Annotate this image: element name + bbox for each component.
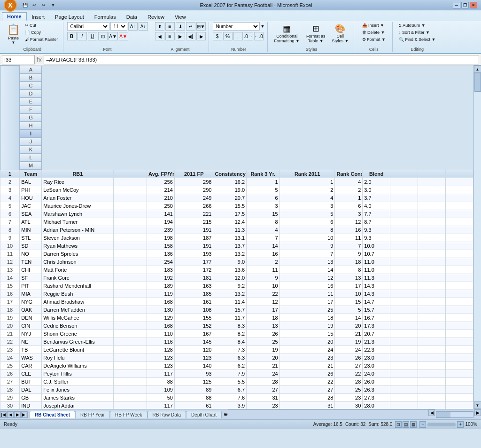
cell[interactable]: 2.0: [363, 178, 390, 186]
cell[interactable]: 11: [247, 266, 280, 274]
cell[interactable]: 19: [335, 338, 363, 346]
cell[interactable]: 9: [247, 274, 280, 282]
cell[interactable]: 189: [147, 282, 175, 290]
normal-view-btn[interactable]: ⊡: [395, 421, 402, 428]
cell[interactable]: [418, 250, 446, 258]
restore-btn[interactable]: ❐: [461, 2, 469, 8]
scroll-track[interactable]: [474, 73, 481, 401]
cell[interactable]: [445, 234, 473, 242]
col-header-E[interactable]: E: [20, 98, 42, 106]
cell[interactable]: 14.3: [363, 282, 390, 290]
cell[interactable]: 28.0: [363, 401, 390, 409]
cell[interactable]: 2011 FP: [174, 170, 213, 178]
cell[interactable]: 31: [279, 401, 335, 409]
cell[interactable]: 3.9: [213, 401, 247, 409]
cell[interactable]: 89: [174, 385, 213, 393]
cell[interactable]: [418, 234, 446, 242]
border-button[interactable]: ⊡: [98, 32, 108, 40]
cell[interactable]: 130: [147, 306, 175, 314]
cell[interactable]: HOU: [20, 194, 42, 202]
col-header-M[interactable]: M: [20, 162, 42, 170]
cell[interactable]: Darren McFadden: [42, 306, 114, 314]
cell[interactable]: STL: [20, 234, 42, 242]
font-color-button[interactable]: A▼: [119, 32, 128, 40]
cell[interactable]: 18: [335, 258, 363, 266]
cell[interactable]: [114, 234, 147, 242]
cell[interactable]: 15.7: [213, 306, 247, 314]
cell[interactable]: [390, 266, 418, 274]
cell[interactable]: [114, 298, 147, 306]
cell[interactable]: [390, 330, 418, 338]
cell[interactable]: 13.2: [213, 290, 247, 298]
currency-btn[interactable]: $: [213, 32, 222, 40]
cell[interactable]: Ryan Mathews: [42, 242, 114, 250]
cell[interactable]: [418, 290, 446, 298]
cell[interactable]: 16: [247, 250, 280, 258]
cell[interactable]: [390, 210, 418, 218]
table-scroll-area[interactable]: A B C D E F G H I J K L M: [0, 65, 473, 409]
cell[interactable]: [418, 401, 446, 409]
cell[interactable]: 5: [279, 210, 335, 218]
underline-button[interactable]: U: [88, 32, 97, 40]
cell[interactable]: TEN: [20, 258, 42, 266]
cell[interactable]: 12: [335, 218, 363, 226]
cell[interactable]: Willis McGahee: [42, 314, 114, 322]
cell[interactable]: 158: [147, 242, 175, 250]
cell[interactable]: [445, 186, 473, 194]
cell[interactable]: 22: [247, 290, 280, 298]
cell[interactable]: Maurice Jones-Drew: [42, 202, 114, 210]
copy-button[interactable]: 📄Copy: [23, 29, 60, 36]
conditional-formatting-button[interactable]: ▦ ConditionalFormatting ▼: [272, 22, 302, 45]
cell[interactable]: 119: [147, 290, 175, 298]
cell[interactable]: [418, 393, 446, 401]
cell[interactable]: 17.5: [213, 210, 247, 218]
cell[interactable]: 9.3: [363, 234, 390, 242]
cell[interactable]: [390, 314, 418, 322]
increase-font-btn[interactable]: A↑: [128, 22, 138, 31]
cell[interactable]: 117: [147, 401, 175, 409]
cell[interactable]: 13: [335, 274, 363, 282]
fill-color-button[interactable]: A▼: [109, 32, 118, 40]
cell[interactable]: Blend: [363, 170, 390, 178]
cell[interactable]: 16.7: [363, 314, 390, 322]
cell[interactable]: 20: [247, 354, 280, 362]
cell[interactable]: [445, 258, 473, 266]
cell[interactable]: 110: [147, 330, 175, 338]
cell[interactable]: 61: [174, 401, 213, 409]
merge-btn[interactable]: ⊞▼: [196, 22, 206, 31]
cell[interactable]: [445, 330, 473, 338]
cell[interactable]: 266: [174, 202, 213, 210]
cell[interactable]: [390, 338, 418, 346]
cell[interactable]: 27: [335, 362, 363, 369]
cell[interactable]: [418, 178, 446, 186]
cell[interactable]: 11.3: [213, 226, 247, 234]
cell[interactable]: [418, 385, 446, 393]
tab-last-btn[interactable]: ▶|: [21, 411, 28, 418]
cell[interactable]: 193: [174, 250, 213, 258]
cell[interactable]: Felix Jones: [42, 385, 114, 393]
cell[interactable]: [114, 274, 147, 282]
cell[interactable]: 15: [279, 330, 335, 338]
cell[interactable]: BenJarvus Green-Ellis: [42, 338, 114, 346]
cell[interactable]: 15.5: [213, 202, 247, 210]
col-header-C[interactable]: C: [20, 82, 42, 90]
cell[interactable]: [445, 242, 473, 250]
cell[interactable]: [114, 178, 147, 186]
col-header-D[interactable]: D: [20, 90, 42, 98]
cell[interactable]: 19.0: [213, 186, 247, 194]
cell[interactable]: [445, 282, 473, 290]
cell[interactable]: 125: [174, 377, 213, 385]
cell[interactable]: [114, 250, 147, 258]
cell[interactable]: 26.0: [363, 377, 390, 385]
cell[interactable]: 167: [174, 330, 213, 338]
cell[interactable]: [418, 354, 446, 362]
cell[interactable]: 11: [279, 290, 335, 298]
cell[interactable]: [445, 369, 473, 377]
cell[interactable]: 3: [335, 210, 363, 218]
cell[interactable]: [445, 362, 473, 369]
cell[interactable]: 26.3: [363, 385, 390, 393]
cell[interactable]: 23: [247, 401, 280, 409]
align-top-btn[interactable]: ⬆: [155, 22, 164, 31]
cell[interactable]: 172: [174, 266, 213, 274]
cell[interactable]: 21.3: [363, 338, 390, 346]
